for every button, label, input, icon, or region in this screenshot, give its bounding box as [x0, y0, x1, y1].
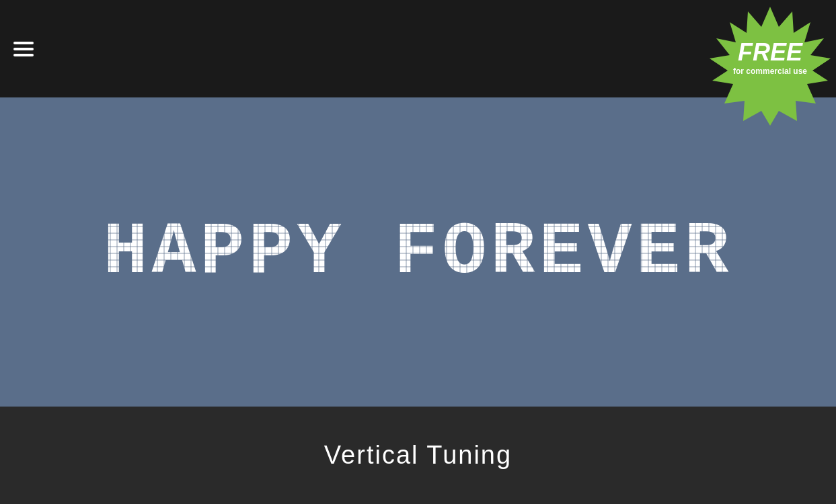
- bottom-bar: Vertical Tuning: [0, 407, 836, 504]
- font-display-wrapper: HAPPY FOREVER: [103, 210, 732, 294]
- font-name-label: Vertical Tuning: [324, 441, 512, 470]
- top-bar: FREE for commercial use: [0, 0, 836, 97]
- badge-commercial-label: for commercial use: [733, 67, 807, 76]
- free-badge-container: FREE for commercial use: [708, 3, 833, 128]
- badge-free-label: FREE: [738, 38, 803, 66]
- font-preview-area: HAPPY FOREVER: [0, 97, 836, 407]
- font-preview-text: HAPPY FOREVER: [103, 210, 732, 294]
- hamburger-menu[interactable]: [13, 42, 34, 56]
- free-badge-svg: FREE for commercial use: [708, 3, 833, 128]
